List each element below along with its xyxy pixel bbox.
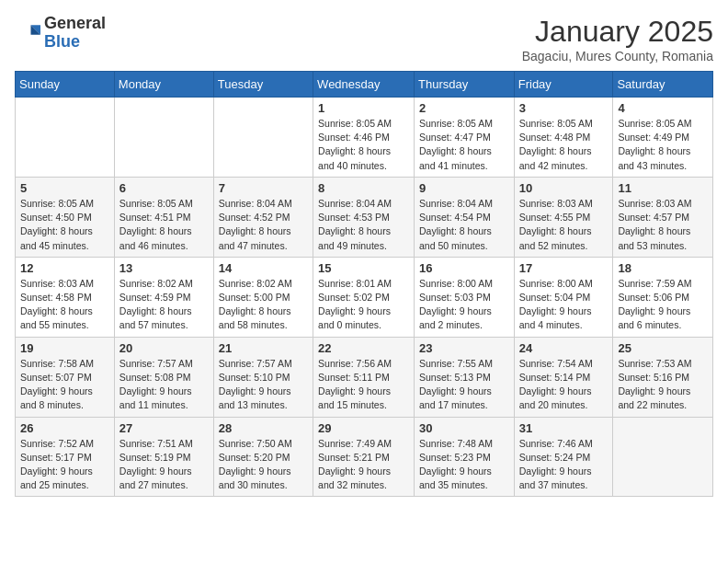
day-number: 2 xyxy=(419,101,509,115)
cell-info: Sunrise: 8:03 AM Sunset: 4:58 PM Dayligh… xyxy=(20,277,109,333)
calendar-cell: 7Sunrise: 8:04 AM Sunset: 4:52 PM Daylig… xyxy=(213,177,313,257)
calendar-cell: 8Sunrise: 8:04 AM Sunset: 4:53 PM Daylig… xyxy=(313,177,415,257)
weekday-header: Monday xyxy=(114,72,213,98)
cell-info: Sunrise: 8:05 AM Sunset: 4:51 PM Dayligh… xyxy=(119,197,209,253)
calendar-week-row: 19Sunrise: 7:58 AM Sunset: 5:07 PM Dayli… xyxy=(16,337,713,417)
calendar-cell: 29Sunrise: 7:49 AM Sunset: 5:21 PM Dayli… xyxy=(313,417,415,497)
cell-info: Sunrise: 8:00 AM Sunset: 5:03 PM Dayligh… xyxy=(419,277,509,333)
calendar-header-row: SundayMondayTuesdayWednesdayThursdayFrid… xyxy=(16,72,713,98)
day-number: 10 xyxy=(519,181,609,195)
day-number: 1 xyxy=(318,101,409,115)
cell-info: Sunrise: 8:01 AM Sunset: 5:02 PM Dayligh… xyxy=(318,277,409,333)
calendar-cell: 27Sunrise: 7:51 AM Sunset: 5:19 PM Dayli… xyxy=(114,417,213,497)
calendar-cell: 30Sunrise: 7:48 AM Sunset: 5:23 PM Dayli… xyxy=(415,417,515,497)
calendar-cell: 26Sunrise: 7:52 AM Sunset: 5:17 PM Dayli… xyxy=(16,417,115,497)
calendar-cell xyxy=(114,98,213,178)
day-number: 28 xyxy=(219,421,308,435)
calendar-week-row: 5Sunrise: 8:05 AM Sunset: 4:50 PM Daylig… xyxy=(16,177,713,257)
location-subtitle: Bagaciu, Mures County, Romania xyxy=(522,49,713,63)
calendar-week-row: 1Sunrise: 8:05 AM Sunset: 4:46 PM Daylig… xyxy=(16,98,713,178)
cell-info: Sunrise: 7:48 AM Sunset: 5:23 PM Dayligh… xyxy=(419,437,509,493)
day-number: 29 xyxy=(318,421,409,435)
calendar-cell: 17Sunrise: 8:00 AM Sunset: 5:04 PM Dayli… xyxy=(514,257,613,337)
calendar-week-row: 12Sunrise: 8:03 AM Sunset: 4:58 PM Dayli… xyxy=(16,257,713,337)
cell-info: Sunrise: 8:00 AM Sunset: 5:04 PM Dayligh… xyxy=(519,277,609,333)
day-number: 5 xyxy=(20,181,109,195)
calendar-cell: 11Sunrise: 8:03 AM Sunset: 4:57 PM Dayli… xyxy=(613,177,713,257)
day-number: 17 xyxy=(519,261,609,275)
calendar-cell xyxy=(613,417,713,497)
day-number: 20 xyxy=(119,341,209,355)
cell-info: Sunrise: 8:03 AM Sunset: 4:55 PM Dayligh… xyxy=(519,197,609,253)
day-number: 18 xyxy=(618,261,708,275)
month-title: January 2025 xyxy=(522,15,713,49)
cell-info: Sunrise: 7:51 AM Sunset: 5:19 PM Dayligh… xyxy=(119,437,209,493)
logo-blue-text: Blue xyxy=(44,32,80,51)
cell-info: Sunrise: 8:05 AM Sunset: 4:48 PM Dayligh… xyxy=(519,117,609,173)
cell-info: Sunrise: 7:52 AM Sunset: 5:17 PM Dayligh… xyxy=(20,437,109,493)
calendar-cell: 6Sunrise: 8:05 AM Sunset: 4:51 PM Daylig… xyxy=(114,177,213,257)
day-number: 11 xyxy=(618,181,708,195)
day-number: 4 xyxy=(618,101,708,115)
cell-info: Sunrise: 8:05 AM Sunset: 4:49 PM Dayligh… xyxy=(618,117,708,173)
day-number: 25 xyxy=(618,341,708,355)
calendar-cell: 9Sunrise: 8:04 AM Sunset: 4:54 PM Daylig… xyxy=(415,177,515,257)
day-number: 7 xyxy=(219,181,308,195)
cell-info: Sunrise: 7:57 AM Sunset: 5:08 PM Dayligh… xyxy=(119,357,209,413)
calendar-cell: 21Sunrise: 7:57 AM Sunset: 5:10 PM Dayli… xyxy=(213,337,313,417)
calendar-cell: 1Sunrise: 8:05 AM Sunset: 4:46 PM Daylig… xyxy=(313,98,415,178)
weekday-header: Thursday xyxy=(415,72,515,98)
cell-info: Sunrise: 7:53 AM Sunset: 5:16 PM Dayligh… xyxy=(618,357,708,413)
day-number: 8 xyxy=(318,181,409,195)
day-number: 9 xyxy=(419,181,509,195)
calendar-cell: 19Sunrise: 7:58 AM Sunset: 5:07 PM Dayli… xyxy=(16,337,115,417)
calendar-cell: 4Sunrise: 8:05 AM Sunset: 4:49 PM Daylig… xyxy=(613,98,713,178)
cell-info: Sunrise: 7:59 AM Sunset: 5:06 PM Dayligh… xyxy=(618,277,708,333)
cell-info: Sunrise: 8:03 AM Sunset: 4:57 PM Dayligh… xyxy=(618,197,708,253)
calendar-cell: 22Sunrise: 7:56 AM Sunset: 5:11 PM Dayli… xyxy=(313,337,415,417)
cell-info: Sunrise: 7:56 AM Sunset: 5:11 PM Dayligh… xyxy=(318,357,409,413)
day-number: 13 xyxy=(119,261,209,275)
calendar-cell xyxy=(213,98,313,178)
calendar-cell: 10Sunrise: 8:03 AM Sunset: 4:55 PM Dayli… xyxy=(514,177,613,257)
cell-info: Sunrise: 8:04 AM Sunset: 4:52 PM Dayligh… xyxy=(219,197,308,253)
cell-info: Sunrise: 7:46 AM Sunset: 5:24 PM Dayligh… xyxy=(519,437,609,493)
day-number: 15 xyxy=(318,261,409,275)
calendar-cell: 2Sunrise: 8:05 AM Sunset: 4:47 PM Daylig… xyxy=(415,98,515,178)
calendar-cell: 31Sunrise: 7:46 AM Sunset: 5:24 PM Dayli… xyxy=(514,417,613,497)
cell-info: Sunrise: 7:55 AM Sunset: 5:13 PM Dayligh… xyxy=(419,357,509,413)
cell-info: Sunrise: 7:58 AM Sunset: 5:07 PM Dayligh… xyxy=(20,357,109,413)
day-number: 14 xyxy=(219,261,308,275)
calendar-cell: 24Sunrise: 7:54 AM Sunset: 5:14 PM Dayli… xyxy=(514,337,613,417)
logo-icon xyxy=(15,20,40,46)
day-number: 26 xyxy=(20,421,109,435)
page-header: General Blue January 2025 Bagaciu, Mures… xyxy=(15,15,713,63)
cell-info: Sunrise: 7:54 AM Sunset: 5:14 PM Dayligh… xyxy=(519,357,609,413)
cell-info: Sunrise: 8:02 AM Sunset: 4:59 PM Dayligh… xyxy=(119,277,209,333)
weekday-header: Wednesday xyxy=(313,72,415,98)
day-number: 19 xyxy=(20,341,109,355)
weekday-header: Tuesday xyxy=(213,72,313,98)
calendar-cell: 3Sunrise: 8:05 AM Sunset: 4:48 PM Daylig… xyxy=(514,98,613,178)
logo: General Blue xyxy=(15,15,106,52)
calendar-cell xyxy=(16,98,115,178)
calendar-cell: 12Sunrise: 8:03 AM Sunset: 4:58 PM Dayli… xyxy=(16,257,115,337)
day-number: 24 xyxy=(519,341,609,355)
cell-info: Sunrise: 8:04 AM Sunset: 4:53 PM Dayligh… xyxy=(318,197,409,253)
calendar-cell: 13Sunrise: 8:02 AM Sunset: 4:59 PM Dayli… xyxy=(114,257,213,337)
weekday-header: Saturday xyxy=(613,72,713,98)
cell-info: Sunrise: 7:57 AM Sunset: 5:10 PM Dayligh… xyxy=(219,357,308,413)
cell-info: Sunrise: 7:50 AM Sunset: 5:20 PM Dayligh… xyxy=(219,437,308,493)
calendar-cell: 23Sunrise: 7:55 AM Sunset: 5:13 PM Dayli… xyxy=(415,337,515,417)
calendar-cell: 16Sunrise: 8:00 AM Sunset: 5:03 PM Dayli… xyxy=(415,257,515,337)
day-number: 3 xyxy=(519,101,609,115)
calendar-cell: 20Sunrise: 7:57 AM Sunset: 5:08 PM Dayli… xyxy=(114,337,213,417)
day-number: 6 xyxy=(119,181,209,195)
logo-general-text: General xyxy=(44,14,106,32)
calendar-cell: 15Sunrise: 8:01 AM Sunset: 5:02 PM Dayli… xyxy=(313,257,415,337)
day-number: 21 xyxy=(219,341,308,355)
calendar-cell: 25Sunrise: 7:53 AM Sunset: 5:16 PM Dayli… xyxy=(613,337,713,417)
calendar-cell: 14Sunrise: 8:02 AM Sunset: 5:00 PM Dayli… xyxy=(213,257,313,337)
day-number: 12 xyxy=(20,261,109,275)
cell-info: Sunrise: 8:05 AM Sunset: 4:47 PM Dayligh… xyxy=(419,117,509,173)
